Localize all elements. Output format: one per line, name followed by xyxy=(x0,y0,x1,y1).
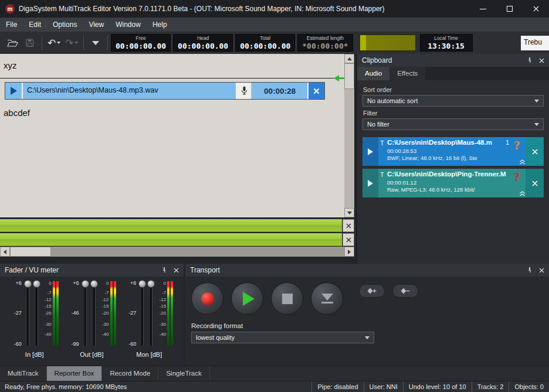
pin-icon[interactable] xyxy=(161,267,167,273)
window-title: DigaSystem MultiTrack Editor Version 7.0… xyxy=(19,5,385,13)
vertical-scrollbar[interactable] xyxy=(344,54,354,217)
skip-to-end-button[interactable] xyxy=(311,282,343,315)
fader-value: -46 xyxy=(71,310,79,316)
filter-select[interactable]: No filter xyxy=(362,118,544,130)
close-panel-button[interactable] xyxy=(539,58,544,63)
clipboard-item[interactable]: T C:\Users\nin\Desktop\Maus-48.m 1 00:00… xyxy=(362,137,544,166)
tab-multitrack[interactable]: MultiTrack xyxy=(0,366,47,381)
marker-add-button[interactable] xyxy=(359,284,385,298)
tab-record-mode[interactable]: Record Mode xyxy=(102,366,158,381)
maximize-button[interactable] xyxy=(496,0,523,18)
close-panel-button[interactable] xyxy=(539,268,544,273)
fader-scale-top: +6 xyxy=(130,280,136,286)
font-select[interactable]: Trebu xyxy=(521,36,549,50)
scroll-up-button[interactable] xyxy=(344,54,354,63)
estimated-length-display: Estimated length *00:00:00* xyxy=(297,34,353,52)
play-button[interactable] xyxy=(362,137,378,166)
fader-slider[interactable] xyxy=(138,280,147,348)
remove-item-button[interactable] xyxy=(526,137,544,166)
maximize-icon xyxy=(507,6,513,12)
recording-format-label: Recording format xyxy=(191,322,543,329)
scroll-left-button[interactable] xyxy=(0,247,10,257)
toolbar-separator xyxy=(107,36,108,50)
minimize-button[interactable] xyxy=(470,0,496,18)
remove-track-button[interactable] xyxy=(343,233,354,246)
record-source-button[interactable] xyxy=(237,83,252,99)
fader-slider[interactable] xyxy=(23,280,32,348)
fader-slider[interactable] xyxy=(90,280,99,348)
fader-group-main: +6 -27 -60 0 -7 -12 -15 -20 -30 xyxy=(125,280,173,348)
fader-knob[interactable] xyxy=(147,280,155,288)
clip-filename[interactable]: C:\Users\nin\Desktop\Maus-48.mp3.wav xyxy=(23,83,237,99)
play-icon xyxy=(368,148,373,155)
clip-filename: C:\Users\nin\Desktop\Ping-Trenner.M xyxy=(387,171,509,178)
tab-audio[interactable]: Audio xyxy=(357,67,389,80)
menu-help[interactable]: Help xyxy=(147,18,173,32)
scroll-right-button[interactable] xyxy=(344,247,354,257)
sort-order-value: No automatic sort xyxy=(367,97,418,104)
redo-button[interactable]: ↷ xyxy=(63,35,80,51)
scale-tick: -12 xyxy=(160,297,167,302)
toolbar-separator xyxy=(42,36,42,50)
tab-singletrack[interactable]: SingleTrack xyxy=(158,366,209,381)
fader-group-label: Out [dB] xyxy=(80,351,103,358)
marker-remove-button[interactable] xyxy=(392,284,418,298)
stop-button[interactable] xyxy=(271,282,303,315)
horizontal-scrollbar[interactable] xyxy=(0,247,354,257)
menu-file[interactable]: File xyxy=(0,18,23,32)
record-icon xyxy=(201,292,214,305)
scroll-down-button[interactable] xyxy=(344,208,354,217)
fader-slider[interactable] xyxy=(81,280,90,348)
tab-effects[interactable]: Effects xyxy=(389,67,425,80)
track-lane[interactable] xyxy=(0,219,342,232)
audio-clip-bar[interactable]: C:\Users\nin\Desktop\Maus-48.mp3.wav 00:… xyxy=(5,82,325,100)
status-user: User: NNI xyxy=(364,381,403,392)
display-label: Total xyxy=(260,35,270,42)
fader-knob[interactable] xyxy=(138,280,146,288)
play-button[interactable] xyxy=(362,169,378,197)
fader-knob[interactable] xyxy=(82,280,89,288)
clipboard-item[interactable]: T C:\Users\nin\Desktop\Ping-Trenner.M 00… xyxy=(362,169,544,197)
editor-canvas[interactable]: xyz C:\Users\nin\Desktop\Maus-48.mp3.wav xyxy=(0,54,344,217)
display-value: *00:00:00* xyxy=(302,42,348,50)
undo-button[interactable]: ↶ xyxy=(45,35,63,51)
close-button[interactable] xyxy=(523,0,549,18)
record-button[interactable] xyxy=(191,282,223,315)
open-button[interactable] xyxy=(4,35,21,51)
remove-clip-button[interactable] xyxy=(309,83,324,99)
menu-edit[interactable]: Edit xyxy=(23,18,47,32)
transport-panel: Transport xyxy=(185,264,549,366)
scrollbar-thumb[interactable] xyxy=(10,247,51,257)
free-time-display: Free 00:00:00.00 xyxy=(111,34,171,52)
menu-options[interactable]: Options xyxy=(47,18,83,32)
status-objects: Objects: 0 xyxy=(509,381,549,392)
pin-icon[interactable] xyxy=(527,57,533,63)
sort-order-select[interactable]: No automatic sort xyxy=(362,95,544,107)
scale-tick: -7 xyxy=(162,290,166,295)
fader-group-out: +6 -46 -99 0 -7 -12 -15 -20 -30 xyxy=(68,280,116,366)
pin-icon[interactable] xyxy=(527,267,533,273)
save-button[interactable] xyxy=(21,35,39,51)
toolbar-dropdown-button[interactable] xyxy=(87,35,104,51)
fader-slider[interactable] xyxy=(32,280,41,348)
remove-item-button[interactable] xyxy=(526,169,544,197)
clip-duration: 00:00:28.53 xyxy=(387,148,509,154)
close-panel-button[interactable] xyxy=(174,268,179,273)
level-meter xyxy=(360,35,416,51)
scrollbar-thumb[interactable] xyxy=(344,63,354,89)
play-button[interactable] xyxy=(5,83,23,99)
fader-knob[interactable] xyxy=(90,280,98,288)
menu-view[interactable]: View xyxy=(83,18,110,32)
scrollbar-track[interactable] xyxy=(51,247,344,257)
play-button[interactable] xyxy=(231,282,263,315)
track-lane[interactable] xyxy=(0,233,342,246)
clip-type-label: T xyxy=(378,169,386,197)
fader-knob[interactable] xyxy=(24,280,32,288)
remove-track-button[interactable] xyxy=(343,219,354,232)
menu-window[interactable]: Window xyxy=(110,18,147,32)
panel-header-icons xyxy=(527,57,544,63)
fader-slider[interactable] xyxy=(147,280,155,348)
tab-reporter-box[interactable]: Reporter Box xyxy=(47,366,103,381)
recording-format-select[interactable]: lowest quality xyxy=(191,332,374,343)
fader-knob[interactable] xyxy=(33,280,40,288)
